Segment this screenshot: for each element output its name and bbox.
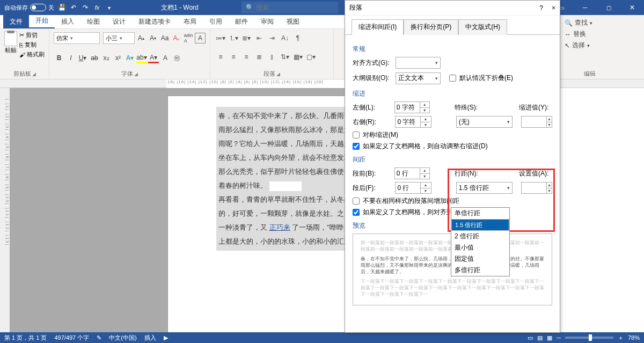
align-center-button[interactable]: ≡	[228, 52, 239, 62]
tab-design[interactable]: 设计	[106, 15, 132, 28]
nosame-spacing-checkbox[interactable]	[353, 198, 360, 205]
view-print-icon[interactable]: ▤	[537, 334, 543, 341]
redo-icon[interactable]: ↷	[81, 3, 90, 12]
strike-button[interactable]: ab	[89, 53, 100, 63]
phonetic-button[interactable]: wénA	[183, 33, 194, 43]
zoom-level[interactable]: 78%	[628, 334, 640, 341]
alignment-select[interactable]: ▾	[396, 57, 441, 69]
highlight-button[interactable]: ab▾	[136, 53, 147, 63]
status-words[interactable]: 497/497 个字	[54, 334, 89, 342]
linespace-option-fixed[interactable]: 固定值	[451, 253, 509, 265]
down-arrow-icon[interactable]: ▼	[421, 188, 430, 194]
font-size-select[interactable]: 小三	[103, 32, 135, 44]
zoom-slider[interactable]	[565, 337, 613, 339]
mirror-indent-checkbox[interactable]	[353, 132, 360, 138]
grid-align-checkbox[interactable]	[353, 209, 360, 216]
decrease-indent-button[interactable]: ⇤	[253, 33, 265, 43]
dialog-tab-asian[interactable]: 中文版式(H)	[458, 19, 507, 35]
font-launcher-icon[interactable]: ◢	[134, 71, 138, 77]
page[interactable]: 春，在不知不觉中来了，那么快。几番雨落，细细的丝，像是谁家姑娘条条的丝。不像那夏…	[167, 96, 345, 332]
view-read-icon[interactable]: ▭	[528, 334, 533, 341]
linespace-option-double[interactable]: 2 倍行距	[451, 231, 509, 242]
zoom-in-button[interactable]: ＋	[618, 334, 624, 342]
underline-button[interactable]: U▾	[77, 53, 88, 63]
copy-button[interactable]: ⎘复制	[19, 41, 45, 49]
up-arrow-icon[interactable]: ▲	[421, 116, 430, 122]
tab-home[interactable]: 开始	[29, 14, 55, 28]
down-arrow-icon[interactable]: ▼	[420, 174, 429, 179]
char-border-button[interactable]: A	[195, 33, 206, 43]
font-color-button[interactable]: A▾	[148, 53, 159, 63]
window-close-button[interactable]	[620, 0, 644, 15]
indent-left-spinner[interactable]: ▲▼	[394, 101, 430, 113]
tab-file[interactable]: 文件	[3, 15, 29, 28]
space-before-spinner[interactable]: ▲▼	[394, 167, 430, 179]
tab-illustrate[interactable]: 绘图	[80, 15, 106, 28]
font-name-select[interactable]: 仿宋	[54, 32, 100, 44]
tab-insert[interactable]: 插入	[55, 15, 80, 28]
paste-button[interactable]: 粘贴	[4, 31, 17, 59]
view-web-icon[interactable]: ▦	[547, 334, 552, 341]
undo-icon[interactable]: ↶	[69, 3, 78, 12]
search-box[interactable]: 🔍	[241, 2, 338, 13]
sort-button[interactable]: A↓	[279, 33, 291, 43]
clipboard-launcher-icon[interactable]: ◢	[32, 71, 36, 77]
document-body[interactable]: 春，在不知不觉中来了，那么快。几番雨落，细细的丝，像是谁家姑娘条条的丝。不像那夏…	[216, 107, 345, 251]
dialog-tab-pagination[interactable]: 换行和分页(P)	[404, 19, 458, 35]
indent-right-spinner[interactable]: ▲▼	[395, 116, 431, 128]
window-minimize-button[interactable]	[573, 0, 597, 15]
dialog-close-button[interactable]: ×	[552, 4, 555, 12]
outline-select[interactable]: 正文文本▾	[396, 72, 441, 84]
linespace-select[interactable]: 1.5 倍行距▾	[456, 182, 513, 194]
char-shading-button[interactable]: A	[160, 53, 171, 63]
zoom-out-button[interactable]: ─	[557, 334, 561, 341]
clear-format-button[interactable]: Aᵥ	[171, 33, 182, 43]
align-left-button[interactable]: ≡	[215, 52, 226, 62]
document-area[interactable]: 春，在不知不觉中来了，那么快。几番雨落，细细的丝，像是谁家姑娘条条的丝。不像那夏…	[10, 88, 345, 332]
indent-left-input[interactable]	[395, 102, 420, 113]
italic-button[interactable]: I	[65, 53, 76, 63]
status-macro-icon[interactable]: ▶	[164, 334, 168, 341]
paragraph-launcher-icon[interactable]: ◢	[276, 71, 280, 77]
ruler-vertical[interactable]: | |1| |2| |3| |4| |5| |6| |7| |8| |9| |1…	[0, 88, 10, 332]
find-button[interactable]: 🔍查找▾	[565, 17, 615, 28]
dialog-help-button[interactable]: ?	[539, 4, 543, 12]
indent-value-spinner[interactable]: ▲▼	[521, 116, 552, 128]
replace-button[interactable]: ↔替换	[565, 28, 615, 40]
up-arrow-icon[interactable]: ▲	[421, 183, 430, 188]
tab-layout[interactable]: 布局	[177, 15, 203, 28]
window-maximize-button[interactable]	[597, 0, 620, 15]
save-icon[interactable]: 💾	[57, 3, 66, 12]
linespace-option-min[interactable]: 最小值	[451, 242, 509, 253]
down-arrow-icon[interactable]: ▼	[547, 188, 552, 194]
multilevel-button[interactable]: ≣▾	[240, 33, 252, 43]
format-painter-button[interactable]: 🖌格式刷	[19, 50, 45, 59]
dialog-tab-indent[interactable]: 缩进和间距(I)	[352, 19, 404, 35]
text-effect-button[interactable]: A▾	[125, 53, 135, 63]
increase-font-button[interactable]: A▴	[136, 33, 147, 43]
up-arrow-icon[interactable]: ▲	[547, 183, 552, 188]
tab-new[interactable]: 新建选项卡	[132, 15, 177, 28]
decrease-font-button[interactable]: A▾	[148, 33, 158, 43]
status-mode[interactable]: 插入	[144, 334, 156, 342]
special-select[interactable]: (无)▾	[456, 116, 513, 128]
search-input[interactable]	[256, 4, 334, 11]
indent-value-input[interactable]	[522, 116, 546, 127]
linespace-option-1-5[interactable]: 1.5 倍行距	[451, 219, 509, 231]
indent-right-input[interactable]	[396, 116, 420, 127]
linespace-option-single[interactable]: 单倍行距	[451, 208, 509, 219]
autosave-toggle[interactable]: 自动保存 关	[4, 4, 54, 12]
superscript-button[interactable]: x²	[113, 53, 123, 63]
fx-icon[interactable]: fx	[93, 3, 101, 12]
distribute-button[interactable]: ⫿	[266, 52, 278, 62]
justify-button[interactable]: ≣	[253, 52, 265, 62]
show-marks-button[interactable]: ¶	[292, 33, 304, 43]
subscript-button[interactable]: x₂	[101, 53, 112, 63]
setval-spinner[interactable]: ▲▼	[521, 182, 552, 194]
bold-button[interactable]: B	[54, 53, 64, 63]
up-arrow-icon[interactable]: ▲	[420, 168, 429, 174]
bullets-button[interactable]: ≔▾	[215, 33, 226, 43]
borders-button[interactable]: ▢▾	[305, 52, 317, 62]
tab-review[interactable]: 审阅	[254, 15, 280, 28]
change-case-button[interactable]: Aa	[159, 33, 170, 43]
